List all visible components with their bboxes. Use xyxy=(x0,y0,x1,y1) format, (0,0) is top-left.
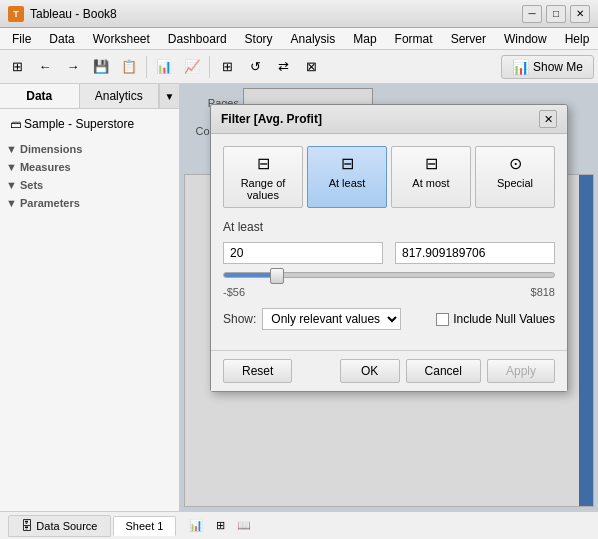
toolbar-back-button[interactable]: ← xyxy=(32,54,58,80)
toolbar-forward-button[interactable]: → xyxy=(60,54,86,80)
menu-server[interactable]: Server xyxy=(443,30,494,48)
special-tab-label: Special xyxy=(497,177,533,189)
sheet1-tab-label: Sheet 1 xyxy=(126,520,164,532)
value-inputs xyxy=(223,242,555,264)
analytics-tab[interactable]: Analytics xyxy=(80,84,160,108)
range-of-values-tab[interactable]: ⊟ Range of values xyxy=(223,146,303,208)
sheet-action-buttons: 📊 ⊞ 📖 xyxy=(186,516,254,536)
dialog-close-button[interactable]: ✕ xyxy=(539,110,557,128)
data-source-tab[interactable]: 🗄 Data Source xyxy=(8,515,111,537)
menu-analysis[interactable]: Analysis xyxy=(283,30,344,48)
panel-options-button[interactable]: ▼ xyxy=(159,84,179,108)
show-label: Show: xyxy=(223,312,256,326)
maximize-button[interactable]: □ xyxy=(546,5,566,23)
main-area: Data Analytics ▼ 🗃 Sample - Superstore ▼… xyxy=(0,84,598,511)
slider-container[interactable] xyxy=(223,272,555,278)
apply-button[interactable]: Apply xyxy=(487,359,555,383)
dimensions-header[interactable]: ▼ Dimensions xyxy=(6,139,173,157)
menu-worksheet[interactable]: Worksheet xyxy=(85,30,158,48)
null-values-label: Include Null Values xyxy=(453,312,555,326)
menu-map[interactable]: Map xyxy=(345,30,384,48)
chart-icon: 📊 xyxy=(512,59,529,75)
toolbar-separator-2 xyxy=(209,56,210,78)
filter-dialog: Filter [Avg. Profit] ✕ ⊟ Range of values… xyxy=(210,104,568,392)
menu-window[interactable]: Window xyxy=(496,30,555,48)
toolbar-chart2-button[interactable]: 📈 xyxy=(179,54,205,80)
new-story-button[interactable]: 📖 xyxy=(234,516,254,536)
slider-range: -$56 $818 xyxy=(223,286,555,298)
window-title: Tableau - Book8 xyxy=(30,7,117,21)
range-max-label: $818 xyxy=(531,286,555,298)
data-source-icon: 🗄 xyxy=(21,519,36,533)
title-bar-controls: ─ □ ✕ xyxy=(522,5,590,23)
toolbar-fit-button[interactable]: ⊠ xyxy=(298,54,324,80)
at-most-tab[interactable]: ⊟ At most xyxy=(391,146,471,208)
dialog-buttons: Reset OK Cancel Apply xyxy=(211,350,567,391)
toolbar-home-button[interactable]: ⊞ xyxy=(4,54,30,80)
at-most-tab-label: At most xyxy=(412,177,449,189)
new-dashboard-button[interactable]: ⊞ xyxy=(210,516,230,536)
menu-data[interactable]: Data xyxy=(41,30,82,48)
range-min-label: -$56 xyxy=(223,286,245,298)
parameters-header[interactable]: ▼ Parameters xyxy=(6,193,173,211)
panel-content: 🗃 Sample - Superstore ▼ Dimensions ▼ Mea… xyxy=(0,109,179,217)
data-tab[interactable]: Data xyxy=(0,84,80,108)
menu-dashboard[interactable]: Dashboard xyxy=(160,30,235,48)
dialog-title: Filter [Avg. Profit] xyxy=(221,112,322,126)
measures-header[interactable]: ▼ Measures xyxy=(6,157,173,175)
sheet1-tab[interactable]: Sheet 1 xyxy=(113,516,177,536)
slider-fill xyxy=(224,273,274,277)
menu-story[interactable]: Story xyxy=(237,30,281,48)
menu-bar: File Data Worksheet Dashboard Story Anal… xyxy=(0,28,598,50)
close-button[interactable]: ✕ xyxy=(570,5,590,23)
menu-file[interactable]: File xyxy=(4,30,39,48)
null-values-row: Include Null Values xyxy=(436,312,555,326)
show-me-label: Show Me xyxy=(533,60,583,74)
sets-header[interactable]: ▼ Sets xyxy=(6,175,173,193)
toolbar-swap-button[interactable]: ⇄ xyxy=(270,54,296,80)
app-icon: T xyxy=(8,6,24,22)
at-least-tab-label: At least xyxy=(329,177,366,189)
at-least-section: At least xyxy=(223,220,555,298)
data-source-tab-label: Data Source xyxy=(36,520,97,532)
range-icon: ⊟ xyxy=(249,153,277,173)
toolbar-save-button[interactable]: 💾 xyxy=(88,54,114,80)
minimize-button[interactable]: ─ xyxy=(522,5,542,23)
slider-track xyxy=(223,272,555,278)
special-tab[interactable]: ⊙ Special xyxy=(475,146,555,208)
at-least-tab[interactable]: ⊟ At least xyxy=(307,146,387,208)
right-area: Pages Columns AVG(Profit) Rows Sub-Categ… xyxy=(180,84,598,511)
menu-help[interactable]: Help xyxy=(557,30,598,48)
show-select[interactable]: Only relevant values All values xyxy=(262,308,401,330)
toolbar-chart1-button[interactable]: 📊 xyxy=(151,54,177,80)
toolbar-separator-1 xyxy=(146,56,147,78)
ok-button[interactable]: OK xyxy=(340,359,400,383)
reset-button[interactable]: Reset xyxy=(223,359,292,383)
show-me-button[interactable]: 📊 Show Me xyxy=(501,55,594,79)
null-values-checkbox[interactable] xyxy=(436,313,449,326)
slider-thumb[interactable] xyxy=(270,268,284,284)
min-value-input[interactable] xyxy=(223,242,383,264)
panel-tabs: Data Analytics ▼ xyxy=(0,84,179,109)
toolbar-copy-button[interactable]: 📋 xyxy=(116,54,142,80)
range-tab-label: Range of values xyxy=(228,177,298,201)
datasource-label: Sample - Superstore xyxy=(24,117,134,131)
dialog-body: ⊟ Range of values ⊟ At least ⊟ At most xyxy=(211,134,567,350)
at-most-icon: ⊟ xyxy=(417,153,445,173)
datasource-item[interactable]: 🗃 Sample - Superstore xyxy=(6,115,173,133)
cancel-button[interactable]: Cancel xyxy=(406,359,481,383)
toolbar-refresh-button[interactable]: ↺ xyxy=(242,54,268,80)
toolbar: ⊞ ← → 💾 📋 📊 📈 ⊞ ↺ ⇄ ⊠ 📊 Show Me xyxy=(0,50,598,84)
at-least-icon: ⊟ xyxy=(333,153,361,173)
toolbar-filter1-button[interactable]: ⊞ xyxy=(214,54,240,80)
special-icon: ⊙ xyxy=(501,153,529,173)
max-value-input[interactable] xyxy=(395,242,555,264)
dialog-titlebar: Filter [Avg. Profit] ✕ xyxy=(211,105,567,134)
menu-format[interactable]: Format xyxy=(387,30,441,48)
dialog-overlay: Filter [Avg. Profit] ✕ ⊟ Range of values… xyxy=(180,84,598,511)
show-left: Show: Only relevant values All values xyxy=(223,308,401,330)
left-panel: Data Analytics ▼ 🗃 Sample - Superstore ▼… xyxy=(0,84,180,511)
show-row: Show: Only relevant values All values In… xyxy=(223,308,555,330)
title-bar: T Tableau - Book8 ─ □ ✕ xyxy=(0,0,598,28)
new-sheet-button[interactable]: 📊 xyxy=(186,516,206,536)
